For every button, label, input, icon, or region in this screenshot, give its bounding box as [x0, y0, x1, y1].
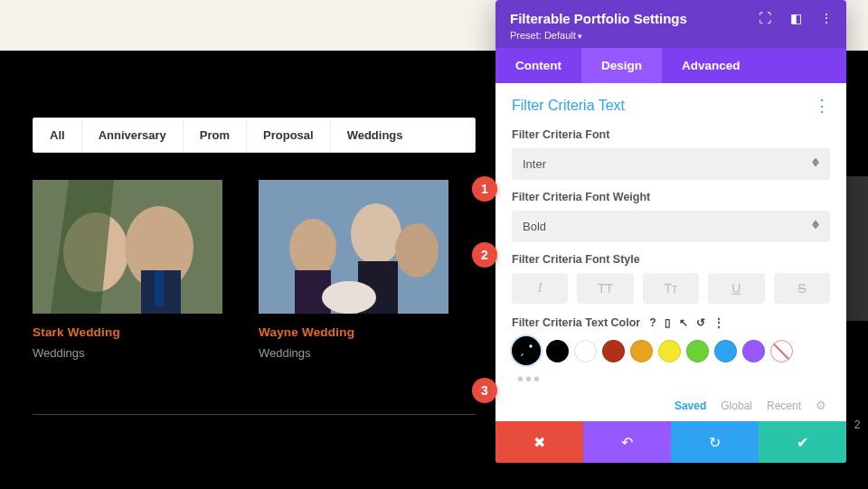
annotation-2: 2 [472, 242, 497, 268]
filter-tab-weddings[interactable]: Weddings [331, 118, 420, 152]
settings-panel: Filterable Portfolio Settings Preset: De… [495, 0, 846, 463]
svg-rect-4 [155, 270, 164, 306]
portfolio-item-category: Weddings [259, 346, 448, 360]
portfolio-grid: Stark Wedding Weddings Wayne Wedding Wed… [33, 180, 476, 360]
panel-tabs: Content Design Advanced [495, 48, 846, 83]
tab-advanced[interactable]: Advanced [662, 48, 760, 83]
style-label: Filter Criteria Font Style [512, 253, 830, 266]
section-menu-icon[interactable]: ⋮ [814, 96, 830, 116]
panel-body: Filter Criteria Text ⋮ Filter Criteria F… [495, 83, 846, 421]
divider [33, 414, 476, 415]
filter-bar: All Anniversary Prom Proposal Weddings [33, 118, 476, 153]
filter-tab-all[interactable]: All [33, 118, 82, 152]
strikethrough-button[interactable]: S [774, 273, 830, 304]
portfolio-thumbnail [259, 180, 448, 314]
palette-recent[interactable]: Recent [767, 400, 801, 412]
panel-header: Filterable Portfolio Settings Preset: De… [495, 0, 846, 48]
eyedropper-button[interactable] [512, 336, 541, 365]
svg-point-6 [289, 219, 336, 277]
tab-design[interactable]: Design [581, 48, 662, 83]
panel-footer: ✖ ↶ ↻ ✔ [495, 421, 846, 463]
annotation-1: 1 [472, 176, 497, 202]
color-swatch-none[interactable] [770, 340, 793, 362]
more-icon[interactable]: ⋮ [713, 316, 724, 329]
color-swatch-purple[interactable] [742, 340, 765, 362]
help-icon[interactable]: ? [649, 316, 656, 329]
reset-icon[interactable]: ↺ [696, 316, 705, 329]
expand-icon[interactable]: ⛶ [758, 11, 772, 25]
font-select[interactable]: Inter [512, 148, 830, 180]
cropped-image-right [846, 176, 868, 321]
portfolio-item[interactable]: Wayne Wedding Weddings [259, 180, 448, 360]
tab-content[interactable]: Content [495, 48, 581, 83]
redo-button[interactable]: ↻ [671, 421, 759, 463]
page-indicator: 2 [846, 416, 868, 434]
color-swatch-red[interactable] [602, 340, 625, 362]
portfolio-item-category: Weddings [33, 346, 222, 360]
portfolio-thumbnail [33, 180, 222, 314]
color-swatch-white[interactable] [574, 340, 597, 362]
font-label: Filter Criteria Font [512, 128, 830, 141]
palette-tabs: Saved Global Recent ⚙ [512, 399, 830, 412]
dock-icon[interactable]: ◧ [788, 11, 803, 25]
svg-point-8 [395, 223, 439, 277]
palette-global[interactable]: Global [721, 400, 752, 412]
filter-tab-prom[interactable]: Prom [184, 118, 247, 152]
font-style-buttons: I TT Tт U S [512, 273, 830, 304]
portfolio-item-title: Wayne Wedding [259, 325, 448, 339]
underline-button[interactable]: U [708, 273, 764, 304]
color-swatch-orange[interactable] [630, 340, 653, 362]
more-colors-icon[interactable]: ••• [517, 369, 830, 390]
capitalize-button[interactable]: Tт [643, 273, 699, 304]
save-button[interactable]: ✔ [759, 421, 846, 463]
filter-tab-proposal[interactable]: Proposal [247, 118, 331, 152]
undo-button[interactable]: ↶ [583, 421, 671, 463]
uppercase-button[interactable]: TT [577, 273, 633, 304]
mobile-icon[interactable]: ▯ [665, 316, 671, 329]
menu-icon[interactable]: ⋮ [819, 11, 834, 25]
section-title[interactable]: Filter Criteria Text ⋮ [512, 96, 830, 116]
color-swatch-green[interactable] [686, 340, 709, 362]
palette-saved[interactable]: Saved [675, 400, 706, 412]
svg-point-7 [351, 203, 401, 265]
palette-settings-icon[interactable]: ⚙ [816, 399, 826, 412]
color-label: Filter Criteria Text Color ? ▯ ↖ ↺ ⋮ [512, 316, 830, 329]
portfolio-module: All Anniversary Prom Proposal Weddings S… [33, 118, 476, 415]
portfolio-item-title: Stark Wedding [33, 325, 222, 339]
color-swatch-black[interactable] [546, 340, 569, 362]
cancel-button[interactable]: ✖ [495, 421, 583, 463]
italic-button[interactable]: I [512, 273, 568, 304]
color-swatches [512, 336, 830, 365]
portfolio-item[interactable]: Stark Wedding Weddings [33, 180, 222, 360]
filter-tab-anniversary[interactable]: Anniversary [82, 118, 184, 152]
preset-dropdown[interactable]: Preset: Default [510, 30, 832, 41]
color-swatch-blue[interactable] [714, 340, 737, 362]
weight-select[interactable]: Bold [512, 211, 830, 242]
weight-label: Filter Criteria Font Weight [512, 191, 830, 203]
hover-icon[interactable]: ↖ [679, 316, 688, 329]
color-swatch-yellow[interactable] [658, 340, 681, 362]
annotation-3: 3 [472, 378, 497, 403]
svg-point-11 [322, 281, 376, 314]
